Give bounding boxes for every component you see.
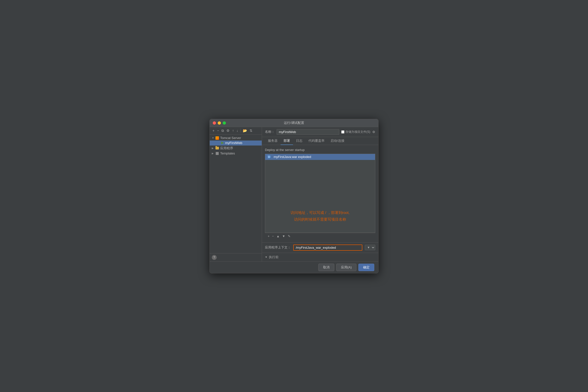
deploy-toolbar: + − ▲ ▼ ✎: [265, 233, 375, 239]
deploy-section-label: Deploy at the server startup: [265, 148, 375, 152]
tree-arrow-tomcat: ▼: [212, 136, 215, 139]
settings-button[interactable]: ⚙: [226, 128, 230, 132]
save-checkbox-area: 存储为项目文件(S): [341, 130, 370, 134]
save-checkbox[interactable]: [341, 130, 344, 134]
toolbar-separator: [240, 128, 241, 132]
window-controls: [213, 122, 226, 124]
tree-arrow-myfirstweb: ▶: [217, 142, 220, 144]
ok-button[interactable]: 确定: [358, 264, 374, 271]
deploy-down-button[interactable]: ▼: [281, 234, 286, 238]
folder-button[interactable]: 📂: [242, 128, 248, 132]
before-run-label: 执行前: [269, 255, 279, 260]
app-context-input[interactable]: [293, 244, 362, 251]
app-context-row: 应用程序上下文： ▼: [262, 242, 378, 253]
tab-coverage[interactable]: 代码覆盖率: [305, 137, 327, 145]
apps-label: 应用程序: [220, 146, 233, 150]
name-bar: 名称： 存储为项目文件(S) ⚙: [262, 127, 378, 137]
left-panel: + − ⧉ ⚙ ↑ ↓ 📂 ⇅ ▼ Tomcat Server: [210, 127, 262, 262]
tree-item-apps[interactable]: ▶ 应用程序: [210, 146, 262, 151]
tomcat-icon: [215, 136, 219, 140]
myfirstweb-label: myFirstWeb: [225, 141, 242, 145]
template-icon: [215, 152, 219, 156]
app-context-label: 应用程序上下文：: [265, 245, 291, 250]
deploy-add-button[interactable]: +: [267, 234, 270, 238]
sort-button[interactable]: ⇅: [249, 128, 253, 132]
minimize-button[interactable]: [218, 122, 221, 124]
titlebar: 运行/调试配置: [210, 119, 378, 127]
left-toolbar: + − ⧉ ⚙ ↑ ↓ 📂 ⇅: [210, 127, 262, 134]
tree-item-tomcat[interactable]: ▼ Tomcat Server: [210, 136, 262, 140]
before-run-section[interactable]: ▼ 执行前: [262, 253, 378, 262]
run-debug-config-dialog: 运行/调试配置 + − ⧉ ⚙ ↑ ↓ 📂 ⇅ ▼: [210, 119, 378, 273]
before-run-arrow: ▼: [265, 256, 268, 258]
annotation-line1: 访问地址，可以写成 / ，部署到root,: [291, 209, 350, 216]
deploy-item-label: myFirstJava:war exploded: [274, 155, 311, 159]
remove-config-button[interactable]: −: [216, 128, 220, 132]
name-label: 名称：: [265, 130, 275, 134]
templates-label: Templates: [220, 152, 235, 155]
deploy-edit-button[interactable]: ✎: [287, 234, 291, 238]
close-button[interactable]: [213, 122, 216, 124]
config-tree: ▼ Tomcat Server ▶ myFirstWeb ▶: [210, 134, 262, 253]
move-down-button[interactable]: ↓: [236, 128, 239, 132]
apply-button[interactable]: 应用(A): [336, 264, 356, 271]
app-context-dropdown[interactable]: ▼: [365, 245, 375, 250]
tomcat-label: Tomcat Server: [220, 136, 241, 140]
config-gear-icon[interactable]: ⚙: [372, 130, 375, 134]
tree-item-myfirstweb[interactable]: ▶ myFirstWeb: [210, 140, 262, 146]
move-up-button[interactable]: ↑: [231, 128, 235, 132]
right-panel: 名称： 存储为项目文件(S) ⚙ 服务器 部署 日志: [262, 127, 378, 262]
help-area: ?: [210, 253, 262, 262]
run-icon: [220, 141, 224, 145]
tab-deploy[interactable]: 部署: [281, 137, 293, 145]
maximize-button[interactable]: [223, 122, 226, 124]
tab-log[interactable]: 日志: [293, 137, 305, 145]
tab-startup[interactable]: 启动/连接: [327, 137, 347, 145]
annotation-overlay: 访问地址，可以写成 / ，部署到root, 访问的时候就不需要写项目名称: [265, 209, 375, 222]
folder-icon: [215, 146, 219, 150]
deploy-remove-button[interactable]: −: [271, 234, 275, 238]
tree-arrow-templates: ▶: [212, 152, 215, 155]
tree-item-templates[interactable]: ▶ Templates: [210, 151, 262, 156]
name-input[interactable]: [277, 129, 339, 135]
tree-arrow-apps: ▶: [212, 147, 215, 150]
deploy-up-button[interactable]: ▲: [276, 234, 280, 238]
add-config-button[interactable]: +: [212, 128, 215, 132]
save-label: 存储为项目文件(S): [345, 130, 370, 134]
deploy-tab-content: Deploy at the server startup myFirstJava…: [262, 145, 378, 242]
war-icon: [267, 155, 271, 159]
tabs-bar: 服务器 部署 日志 代码覆盖率 启动/连接: [262, 137, 378, 145]
help-button[interactable]: ?: [212, 255, 217, 260]
dialog-footer: 取消 应用(A) 确定: [210, 262, 378, 273]
dialog-body: + − ⧉ ⚙ ↑ ↓ 📂 ⇅ ▼ Tomcat Server: [210, 127, 378, 262]
deploy-list: myFirstJava:war exploded 访问地址，可以写成 / ，部署…: [265, 154, 375, 233]
annotation-line2: 访问的时候就不需要写项目名称: [294, 216, 346, 222]
tab-server[interactable]: 服务器: [265, 137, 281, 145]
dialog-title: 运行/调试配置: [284, 121, 304, 125]
copy-config-button[interactable]: ⧉: [221, 128, 225, 132]
deploy-item[interactable]: myFirstJava:war exploded: [265, 154, 375, 160]
cancel-button[interactable]: 取消: [318, 264, 334, 271]
